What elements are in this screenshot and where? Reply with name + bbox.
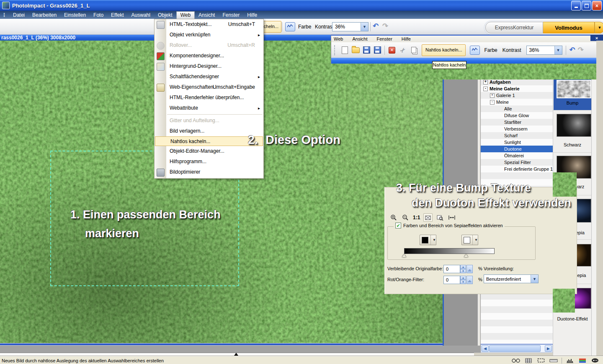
thumbnail-schwarz-image[interactable] [557,114,591,137]
menubar-grip[interactable]: ⋮ [2,12,7,18]
tree-item-starfilter[interactable]: Starfilter [481,119,553,126]
restore-icon[interactable] [582,1,591,10]
gallery-horizontal-scrollbar[interactable]: ◀ ▶ [481,344,553,353]
swatch-dropdown-icon[interactable]: ▼ [430,235,436,245]
tree-item-galerie-1[interactable]: +Galerie 1 [481,92,553,99]
ruler-icon[interactable] [549,358,558,364]
save-icon[interactable] [362,46,371,55]
full-mode-button[interactable]: Vollmodus [543,22,595,33]
scroll-left-icon[interactable]: ◀ [482,345,489,352]
expander-icon[interactable]: - [490,100,495,105]
new-file-icon[interactable] [340,46,349,55]
gallery-vertical-scrollbar[interactable] [591,65,596,356]
menu-bearbeiten[interactable]: Bearbeiten [28,11,60,19]
open-file-icon[interactable] [351,46,360,55]
menu-objekt[interactable]: Objekt [154,11,176,19]
menu-datei[interactable]: Datei [9,11,28,19]
menu-item-rollover[interactable]: Rollover...Umschalt+R [155,40,263,51]
thumbnail-bump-image[interactable] [557,80,591,98]
menu-hilfe[interactable]: Hilfe [243,11,261,19]
red-orange-filter-commit-icon[interactable]: ⌄ [466,276,473,284]
menu-ansicht[interactable]: Ansicht [195,11,219,19]
undo-icon[interactable]: ↶ [373,22,379,31]
mode-dropdown-button[interactable]: ▼ [595,22,603,33]
gradient-marker-left[interactable] [402,254,406,257]
overlay-menu-hilfe[interactable]: Hilfe [402,36,411,41]
scrollbar-thumb[interactable] [489,345,541,352]
preview-glasses-icon[interactable] [511,358,521,364]
menu-einstellen[interactable]: Einstellen [60,11,90,19]
close-icon[interactable]: × [592,1,602,10]
overlay-undo-icon[interactable]: ↶ [570,46,575,54]
menu-item-objekt-verknuepfen[interactable]: Objekt verknüpfen [155,30,263,40]
scroll-right-icon[interactable]: ▶ [545,345,552,352]
cut-icon[interactable]: ✂ [398,46,407,55]
menu-auswahl[interactable]: Auswahl [128,11,154,19]
menu-item-bild-verlagern[interactable]: Bild verlagern... [155,126,263,136]
tone-map-icon[interactable] [470,46,480,55]
menu-item-gitter-aufteilung[interactable]: Gitter und Aufteilung... [155,115,263,126]
tone-map-icon[interactable] [285,22,295,31]
combo-dropdown-icon[interactable]: ▼ [361,23,368,31]
red-orange-filter-spinner[interactable]: ▲▼ [460,276,466,284]
zoom-area-icon[interactable] [436,214,444,221]
express-mode-button[interactable]: ExpressKorrektur [485,22,543,33]
menu-web[interactable]: Web [176,11,195,19]
menu-item-webattribute[interactable]: Webattribute [155,103,263,113]
menu-item-nahtlos-kacheln[interactable]: Nahtlos kacheln... [155,136,263,146]
rgb-channels-icon[interactable] [578,358,587,364]
menu-item-web-eigenschaften[interactable]: Web-Eigenschaften...Umschalt+Eingabe [155,82,263,92]
toolbar-grip[interactable] [334,45,337,55]
overlay-menu-ansicht[interactable]: Ansicht [352,36,367,41]
menu-item-html-textobjekt[interactable]: HTML-Textobjekt...Umschalt+T [155,19,263,30]
remaining-color-field[interactable]: 0 [443,265,460,273]
menu-item-bildoptimierer[interactable]: Bildoptimierer [155,167,263,177]
tree-item-aufgaben[interactable]: +Aufgaben [481,79,553,85]
tree-item-duotone[interactable]: Duotone [481,146,553,152]
red-orange-filter-field[interactable]: 0 [443,276,460,284]
zoom-combobox[interactable]: 36% ▼ [332,22,368,31]
menu-item-komponentendesigner[interactable]: Komponentendesigner... [155,51,263,61]
expander-icon[interactable]: + [490,93,495,98]
menu-item-hilfsprogramm[interactable]: Hilfsprogramm... [155,156,263,167]
remaining-color-spinner[interactable]: ▲▼ [460,265,466,273]
zoom-out-icon[interactable] [401,214,410,221]
overlay-color-button[interactable]: Farbe [484,47,497,53]
tree-item-frei-definierte-gruppe[interactable]: Frei definierte Gruppe 1 [481,166,553,172]
overlay-close-icon[interactable]: × [590,35,603,41]
image-info-icon[interactable] [590,358,600,364]
overlay-zoom-combobox[interactable]: 36% ▼ [526,46,562,55]
overlay-menu-web[interactable]: Web [334,36,343,41]
tree-item-spezial-filter[interactable]: Spezial Filter [481,159,553,166]
tree-item-verbessern[interactable]: Verbessern [481,126,553,132]
combo-dropdown-icon[interactable]: ▼ [554,46,562,54]
menu-foto[interactable]: Foto [90,11,107,19]
menu-effekt[interactable]: Effekt [107,11,127,19]
light-color-swatch-button[interactable]: ▼ [461,235,478,245]
copy-icon[interactable] [409,46,418,55]
combo-dropdown-icon[interactable]: ▼ [531,275,538,283]
menu-item-objekt-editor-manager[interactable]: Objekt-Editor-Manager... [155,146,263,156]
overlay-contrast-button[interactable]: Kontrast [502,47,521,53]
sepia-enable-checkbox[interactable]: ✔ [395,223,401,228]
minimize-icon[interactable] [571,1,581,10]
selection-rect-icon[interactable] [536,358,546,364]
tree-item-difuse-glow[interactable]: Difuse Glow [481,112,553,119]
overlay-seamless-tile-button[interactable]: Nahtlos kacheln... [422,44,466,56]
delete-icon[interactable]: × [387,46,397,55]
dark-color-swatch-button[interactable]: ▼ [420,235,436,245]
menu-item-html-renderfehler[interactable]: HTML-Renderfehler überprüfen... [155,92,263,103]
tree-item-meine[interactable]: -Meine [481,99,553,105]
expander-icon[interactable]: + [483,80,488,85]
pan-icon[interactable] [448,214,456,221]
histogram-icon[interactable] [565,358,575,364]
menu-fenster[interactable]: Fenster [219,11,243,19]
duotone-gradient-bar[interactable] [404,248,495,254]
swatch-dropdown-icon[interactable]: ▼ [472,235,478,245]
save-as-icon[interactable] [373,46,382,55]
menu-item-schaltflaechendesigner[interactable]: Schaltflächendesigner [155,72,263,82]
remaining-color-commit-icon[interactable]: ⌄ [466,265,473,273]
color-button[interactable]: Farbe [298,24,311,30]
preset-dropdown[interactable]: Benutzerdefiniert ▼ [484,274,539,283]
tree-item-meine-galerie[interactable]: -Meine Galerie [481,85,553,92]
